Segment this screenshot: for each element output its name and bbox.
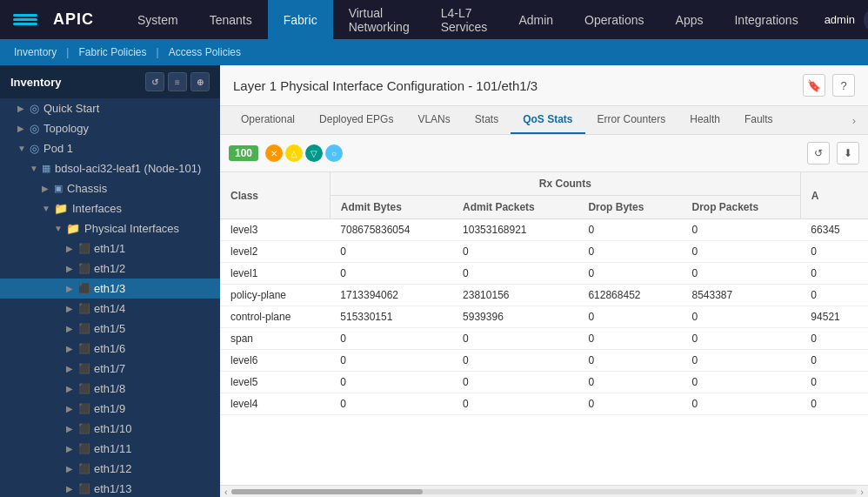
cell-drop-bytes: 0 bbox=[578, 350, 681, 372]
tree-eth1-3[interactable]: ▶ ⬛ eth1/3 bbox=[0, 279, 220, 299]
sidebar-list-btn[interactable]: ≡ bbox=[168, 72, 187, 91]
tree-eth1-11[interactable]: ▶ ⬛ eth1/11 bbox=[0, 439, 220, 459]
cell-admit-bytes: 0 bbox=[330, 372, 452, 393]
tree-interfaces[interactable]: ▼ 📁 Interfaces bbox=[0, 198, 220, 218]
help-icon[interactable]: ? bbox=[832, 74, 855, 97]
chevron-icon: ▶ bbox=[17, 104, 30, 113]
sidebar-add-btn[interactable]: ⊕ bbox=[190, 72, 210, 91]
nav-admin[interactable]: Admin bbox=[503, 0, 569, 39]
content-header: Layer 1 Physical Interface Configuration… bbox=[220, 65, 868, 106]
tree-eth1-12[interactable]: ▶ ⬛ eth1/12 bbox=[0, 459, 220, 479]
node-icon: ▦ bbox=[42, 163, 50, 174]
cell-a: 0 bbox=[800, 285, 868, 306]
nav-fabric[interactable]: Fabric bbox=[268, 0, 333, 39]
interface-icon: ⬛ bbox=[78, 243, 90, 254]
tree-physical-interfaces[interactable]: ▼ 📁 Physical Interfaces bbox=[0, 218, 220, 238]
tree-eth1-8[interactable]: ▶ ⬛ eth1/8 bbox=[0, 379, 220, 399]
admin-label: admin bbox=[825, 13, 855, 26]
tab-vlans[interactable]: VLANs bbox=[405, 106, 462, 134]
refresh-button[interactable]: ↺ bbox=[807, 142, 830, 165]
tree-quick-start[interactable]: ▶ ◎ Quick Start bbox=[0, 98, 220, 118]
chevron-icon: ▶ bbox=[17, 124, 30, 133]
app-title: APIC bbox=[53, 10, 94, 29]
tree-item-label: eth1/13 bbox=[94, 482, 131, 495]
chevron-icon: ▶ bbox=[66, 424, 78, 433]
col-class: Class bbox=[220, 172, 330, 219]
scrollbar-track[interactable] bbox=[231, 489, 858, 494]
cisco-logo bbox=[13, 14, 37, 25]
bookmark-icon[interactable]: 🔖 bbox=[803, 74, 825, 97]
cell-admit-bytes: 0 bbox=[330, 393, 452, 415]
tree-item-label: eth1/10 bbox=[94, 422, 131, 435]
tree-eth1-4[interactable]: ▶ ⬛ eth1/4 bbox=[0, 299, 220, 319]
tab-operational[interactable]: Operational bbox=[229, 106, 307, 134]
table-row: span 0 0 0 0 0 bbox=[220, 328, 868, 350]
nav-apps[interactable]: Apps bbox=[660, 0, 719, 39]
subnav-inventory[interactable]: Inventory bbox=[9, 46, 62, 58]
chevron-icon: ▶ bbox=[66, 244, 78, 253]
chevron-icon: ▼ bbox=[54, 224, 66, 233]
top-bar-right: admin 🔍 🔔 👤 ⚙ bbox=[825, 7, 868, 33]
folder-icon: 📁 bbox=[66, 222, 80, 235]
interface-icon: ⬛ bbox=[78, 343, 90, 354]
chevron-icon: ▼ bbox=[30, 164, 42, 173]
tree-eth1-9[interactable]: ▶ ⬛ eth1/9 bbox=[0, 399, 220, 419]
nav-system[interactable]: System bbox=[122, 0, 194, 39]
horizontal-scrollbar[interactable]: ‹ › bbox=[220, 485, 868, 497]
tree-eth1-2[interactable]: ▶ ⬛ eth1/2 bbox=[0, 259, 220, 279]
tree-eth1-10[interactable]: ▶ ⬛ eth1/10 bbox=[0, 419, 220, 439]
tree-eth1-7[interactable]: ▶ ⬛ eth1/7 bbox=[0, 359, 220, 379]
tab-faults[interactable]: Faults bbox=[732, 106, 785, 134]
tab-health[interactable]: Health bbox=[678, 106, 732, 134]
cell-a: 0 bbox=[800, 263, 868, 285]
search-icon[interactable]: 🔍 bbox=[864, 7, 868, 33]
cell-drop-packets: 0 bbox=[681, 350, 800, 372]
tree-eth1-5[interactable]: ▶ ⬛ eth1/5 bbox=[0, 319, 220, 339]
scrollbar-thumb[interactable] bbox=[231, 489, 423, 494]
download-button[interactable]: ⬇ bbox=[837, 142, 859, 165]
chevron-icon: ▶ bbox=[66, 484, 78, 494]
tree-item-label: Interfaces bbox=[72, 202, 122, 215]
tabs-bar: Operational Deployed EPGs VLANs Stats Qo… bbox=[220, 106, 868, 135]
cell-admit-packets: 0 bbox=[452, 241, 578, 263]
nav-integrations[interactable]: Integrations bbox=[718, 0, 813, 39]
tree-topology[interactable]: ▶ ◎ Topology bbox=[0, 118, 220, 138]
tab-scroll-right-icon[interactable]: › bbox=[849, 111, 859, 131]
tree-chassis[interactable]: ▶ ▣ Chassis bbox=[0, 178, 220, 198]
tab-deployed-epgs[interactable]: Deployed EPGs bbox=[307, 106, 405, 134]
cell-drop-bytes: 0 bbox=[578, 219, 681, 241]
nav-operations[interactable]: Operations bbox=[569, 0, 659, 39]
nav-tenants[interactable]: Tenants bbox=[194, 0, 268, 39]
sidebar-refresh-btn[interactable]: ↺ bbox=[145, 72, 164, 91]
cell-drop-bytes: 0 bbox=[578, 263, 681, 285]
cell-admit-packets: 0 bbox=[452, 393, 578, 415]
cell-a: 0 bbox=[800, 241, 868, 263]
subnav-fabric-policies[interactable]: Fabric Policies bbox=[73, 46, 151, 58]
tree-eth1-6[interactable]: ▶ ⬛ eth1/6 bbox=[0, 339, 220, 359]
cell-a: 0 bbox=[800, 350, 868, 372]
cell-a: 0 bbox=[800, 393, 868, 415]
col-a: A bbox=[800, 172, 868, 219]
nav-l4l7[interactable]: L4-L7 Services bbox=[425, 0, 504, 39]
tab-qos-stats[interactable]: QoS Stats bbox=[511, 106, 584, 134]
interface-icon: ⬛ bbox=[78, 303, 90, 314]
subnav-access-policies[interactable]: Access Policies bbox=[164, 46, 246, 58]
subnav-sep2: | bbox=[157, 46, 159, 58]
tree-item-label: eth1/11 bbox=[94, 442, 131, 455]
scroll-right-arrow[interactable]: › bbox=[860, 487, 864, 497]
tree-eth1-13[interactable]: ▶ ⬛ eth1/13 bbox=[0, 479, 220, 497]
tree-pod1[interactable]: ▼ ◎ Pod 1 bbox=[0, 138, 220, 158]
cell-drop-packets: 0 bbox=[681, 219, 800, 241]
table-row: level6 0 0 0 0 0 bbox=[220, 350, 868, 372]
cell-admit-packets: 23810156 bbox=[452, 285, 578, 306]
scroll-left-arrow[interactable]: ‹ bbox=[224, 487, 228, 497]
tab-error-counters[interactable]: Error Counters bbox=[585, 106, 678, 134]
cell-admit-bytes: 515330151 bbox=[330, 306, 452, 328]
tree-eth1-1[interactable]: ▶ ⬛ eth1/1 bbox=[0, 238, 220, 259]
interface-icon: ⬛ bbox=[78, 403, 90, 414]
interface-icon: ⬛ bbox=[78, 463, 90, 474]
col-drop-bytes: Drop Bytes bbox=[578, 196, 681, 219]
tab-stats[interactable]: Stats bbox=[463, 106, 511, 134]
nav-virtual-networking[interactable]: Virtual Networking bbox=[333, 0, 425, 39]
tree-node101[interactable]: ▼ ▦ bdsol-aci32-leaf1 (Node-101) bbox=[0, 158, 220, 178]
